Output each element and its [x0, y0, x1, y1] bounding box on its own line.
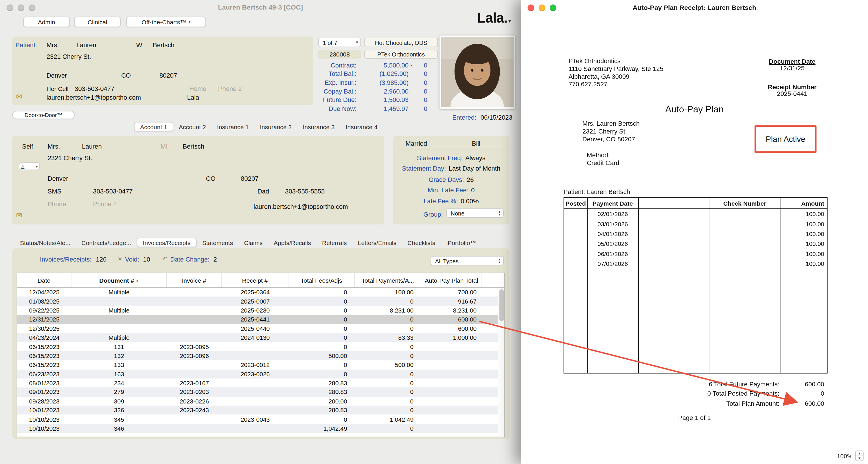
- invoice-row-3[interactable]: 12/31/20252025-044100600.00: [17, 315, 504, 324]
- door-to-door-button[interactable]: Door-to-Door™: [12, 111, 75, 119]
- increment-icon[interactable]: ▲: [856, 451, 863, 456]
- column-header-invoice[interactable]: Invoice #: [167, 273, 222, 287]
- phone-placeholder[interactable]: Phone: [48, 201, 66, 207]
- account-email[interactable]: lauren.bertsch+1@topsortho.com: [253, 203, 348, 210]
- financial-value[interactable]: (1,025.00): [356, 71, 408, 77]
- dad-phone[interactable]: 303-555-5555: [285, 188, 324, 195]
- phone2-placeholder[interactable]: Phone 2: [93, 201, 117, 207]
- bill-label[interactable]: Bill: [458, 140, 494, 147]
- financial-value[interactable]: 2,960.00: [356, 88, 408, 94]
- cell-amount: 100.00: [780, 260, 827, 267]
- practice-button[interactable]: PTek Orthodontics: [364, 50, 438, 59]
- tab-iportfolio[interactable]: iPortfolio™: [441, 238, 482, 248]
- invoice-row-15[interactable]: 10/10/20233461,042.490: [17, 424, 504, 433]
- tab-statements[interactable]: Statements: [197, 238, 239, 248]
- tab-contracts-ledge[interactable]: Contracts/Ledge...: [76, 238, 136, 248]
- zip[interactable]: 80207: [241, 175, 258, 182]
- window-titlebar[interactable]: Auto-Pay Plan Receipt: Lauren Bertsch: [521, 0, 868, 14]
- invoice-row-12[interactable]: 09/28/20233092023-0226200.000: [17, 397, 504, 405]
- vertical-scrollbar[interactable]: [498, 288, 504, 437]
- type-filter-selector[interactable]: All Types ▲▼: [431, 256, 504, 266]
- column-header-total-fees-adjs[interactable]: Total Fees/Adjs: [288, 273, 355, 287]
- tab-insurance-1[interactable]: Insurance 1: [212, 122, 254, 132]
- invoice-row-5[interactable]: 04/23/2024Multiple2024-0130083.331,000.0…: [17, 333, 504, 342]
- invoice-row-8[interactable]: 06/15/20231332023-00120500.00: [17, 360, 504, 369]
- invoice-row-4[interactable]: 12/30/20252025-044000600.00: [17, 324, 504, 333]
- tab-letters-emails[interactable]: Letters/Emails: [352, 238, 402, 248]
- middle-initial-placeholder[interactable]: MI: [161, 143, 167, 150]
- decrement-icon[interactable]: ▼: [856, 456, 863, 461]
- column-header-auto-pay-plan-total[interactable]: Auto-Pay Plan Total: [421, 273, 482, 287]
- last-name[interactable]: Bertsch: [153, 41, 175, 48]
- window-titlebar[interactable]: Lauren Bertsch 49-3 [COC]: [0, 0, 521, 14]
- zoom-stepper[interactable]: ▲▼: [855, 451, 864, 461]
- first-name[interactable]: Lauren: [82, 143, 102, 150]
- invoice-row-9[interactable]: 06/23/20231632023-002600: [17, 369, 504, 378]
- group-selector[interactable]: None ▲▼: [446, 208, 504, 218]
- scrollbar-thumb[interactable]: [499, 289, 503, 321]
- home-phone-value[interactable]: Lala: [187, 94, 199, 101]
- zoom-control[interactable]: 100% ▲▼: [837, 451, 864, 461]
- clinical-button[interactable]: Clinical: [74, 17, 121, 27]
- doctor-button[interactable]: Hot Chocolate, DDS: [364, 38, 438, 47]
- email-icon[interactable]: ✉: [16, 93, 22, 101]
- tab-account-2[interactable]: Account 2: [173, 122, 212, 132]
- financial-value[interactable]: 1,500.03: [356, 96, 408, 103]
- invoice-row-0[interactable]: 12/04/2025Multiple2025-03640100.00700.00: [17, 288, 504, 297]
- financial-value[interactable]: 1,459.97: [356, 105, 408, 112]
- middle-initial[interactable]: W: [136, 41, 142, 48]
- financial-value[interactable]: 5,500.00: [356, 62, 408, 69]
- tab-invoices-receipts[interactable]: Invoices/Receipts: [137, 238, 197, 248]
- tab-status-notes-ale[interactable]: Status/Notes/Ale...: [14, 238, 76, 248]
- patient-chart-window: Lauren Bertsch 49-3 [COC] Admin Clinical…: [0, 0, 521, 464]
- state[interactable]: CO: [121, 72, 131, 79]
- tab-claims[interactable]: Claims: [239, 238, 268, 248]
- patient-email[interactable]: lauren.bertsch+1@topsortho.com: [46, 94, 141, 101]
- column-header-date[interactable]: Date: [17, 273, 71, 287]
- tab-checklists[interactable]: Checklists: [402, 238, 441, 248]
- address-type-selector[interactable]: △ ▾: [19, 163, 40, 170]
- email-icon[interactable]: ✉: [16, 211, 22, 220]
- invoice-row-2[interactable]: 09/22/2025Multiple2025-023008,231.008,23…: [17, 306, 504, 315]
- column-header-total-payments-a[interactable]: Total Payments/A...: [355, 273, 421, 287]
- cell-phone[interactable]: 303-503-0477: [75, 85, 114, 92]
- tab-appts-recalls[interactable]: Appts/Recalls: [268, 238, 316, 248]
- city[interactable]: Denver: [48, 175, 68, 182]
- column-header-document[interactable]: Document #▴: [71, 273, 167, 287]
- last-name[interactable]: Bertsch: [183, 143, 204, 150]
- first-name[interactable]: Lauren: [76, 41, 96, 48]
- invoice-row-1[interactable]: 01/08/20252025-000700916.67: [17, 297, 504, 306]
- column-header-receipt[interactable]: Receipt #: [222, 273, 288, 287]
- tab-referrals[interactable]: Referrals: [316, 238, 352, 248]
- record-selector[interactable]: 1 of 7 ▾: [318, 38, 361, 47]
- tab-insurance-4[interactable]: Insurance 4: [340, 122, 383, 132]
- account-number-field[interactable]: 230008: [318, 50, 361, 59]
- invoice-row-11[interactable]: 09/01/20232792023-0203280.830: [17, 387, 504, 397]
- cell: 0: [288, 325, 355, 332]
- tab-insurance-3[interactable]: Insurance 3: [297, 122, 340, 132]
- invoice-row-13[interactable]: 10/01/20233262023-0243280.830: [17, 406, 504, 415]
- street-address[interactable]: 2321 Cherry St.: [46, 53, 91, 60]
- patient-photo[interactable]: [439, 35, 515, 109]
- invoice-row-14[interactable]: 10/10/20233452023-004301,042.49: [17, 415, 504, 424]
- city[interactable]: Denver: [46, 72, 67, 79]
- invoice-row-7[interactable]: 06/15/20231322023-0096500.000: [17, 351, 504, 360]
- invoice-row-6[interactable]: 06/15/20231312023-009500: [17, 342, 504, 351]
- financial-value[interactable]: (3,985.00): [356, 79, 408, 86]
- admin-button[interactable]: Admin: [23, 17, 70, 27]
- marital-status[interactable]: Married: [393, 140, 439, 147]
- practice-phone: 770.627.2527: [568, 80, 663, 88]
- brand-logo[interactable]: Lala. ▾: [477, 10, 511, 26]
- invoice-row-10[interactable]: 08/01/20232342023-0167280.830: [17, 379, 504, 387]
- off-the-charts-menu[interactable]: Off-the-Charts™ ▾: [126, 17, 206, 27]
- salutation[interactable]: Mrs.: [48, 143, 60, 150]
- state[interactable]: CO: [206, 175, 216, 182]
- street-address[interactable]: 2321 Cherry St.: [48, 155, 92, 161]
- tab-insurance-2[interactable]: Insurance 2: [254, 122, 297, 132]
- tab-account-1[interactable]: Account 1: [134, 122, 173, 132]
- sms-phone[interactable]: 303-503-0477: [93, 188, 132, 195]
- cell: 309: [71, 398, 167, 404]
- phone2-placeholder[interactable]: Phone 2: [218, 85, 242, 92]
- salutation[interactable]: Mrs.: [46, 41, 59, 48]
- zip[interactable]: 80207: [159, 72, 177, 79]
